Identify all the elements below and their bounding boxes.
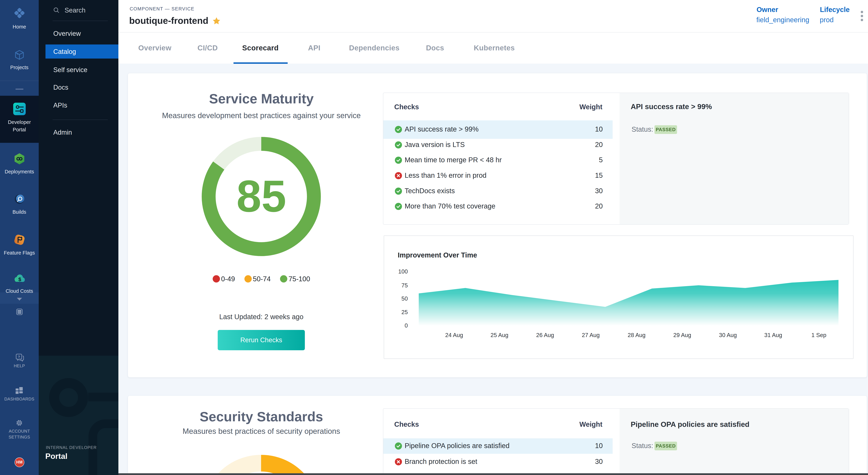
svg-text:$: $ [19,276,21,282]
svg-text:?: ? [18,355,20,359]
